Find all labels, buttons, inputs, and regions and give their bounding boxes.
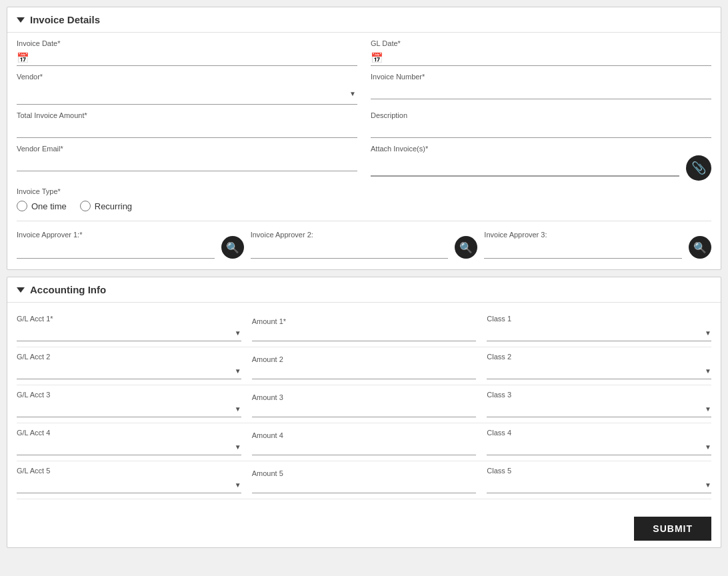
- attach-button[interactable]: 📎: [686, 155, 711, 181]
- accounting-info-title: Accounting Info: [30, 284, 106, 295]
- class-select-5: ▼: [487, 477, 711, 493]
- amount-group-1: Amount 1*: [252, 317, 477, 341]
- invoice-details-header: Invoice Details: [7, 7, 721, 33]
- gl-acct-group-4: G/L Acct 4 ▼: [17, 429, 241, 455]
- submit-button[interactable]: SUBMIT: [634, 517, 711, 541]
- gl-acct-arrow-2[interactable]: ▼: [235, 367, 241, 375]
- gl-acct-arrow-5[interactable]: ▼: [235, 481, 241, 489]
- gl-acct-input-1[interactable]: [17, 327, 235, 339]
- acct-row-4: G/L Acct 4 ▼ Amount 4 Class 4 ▼: [17, 423, 711, 461]
- invoice-type-radio-group: One time Recurring: [17, 201, 711, 211]
- class-group-2: Class 2 ▼: [487, 353, 711, 379]
- total-amount-label: Total Invoice Amount*: [17, 111, 357, 119]
- gl-acct-input-2[interactable]: [17, 365, 235, 377]
- invoice-date-calendar-icon[interactable]: 📅: [17, 52, 29, 64]
- approver2-group: Invoice Approver 2:: [251, 231, 449, 259]
- class-input-3[interactable]: [487, 403, 705, 415]
- section-divider: [17, 221, 711, 221]
- description-label: Description: [371, 111, 711, 119]
- invoice-date-input-wrapper: 📅: [17, 50, 357, 66]
- amount-input-5[interactable]: [252, 480, 477, 493]
- class-input-1[interactable]: [487, 327, 705, 339]
- gl-acct-arrow-3[interactable]: ▼: [235, 405, 241, 413]
- vendor-email-input[interactable]: [17, 155, 357, 171]
- approver3-group: Invoice Approver 3:: [484, 231, 682, 259]
- gl-acct-label-2: G/L Acct 2: [17, 353, 241, 361]
- class-group-3: Class 3 ▼: [487, 391, 711, 417]
- approver2-input[interactable]: [251, 241, 449, 257]
- acct-row-3: G/L Acct 3 ▼ Amount 3 Class 3 ▼: [17, 385, 711, 423]
- amount-label-1: Amount 1*: [252, 317, 477, 325]
- vendor-dropdown-icon[interactable]: ▼: [349, 90, 356, 97]
- amount-label-3: Amount 3: [252, 393, 477, 401]
- gl-acct-label-3: G/L Acct 3: [17, 391, 241, 399]
- approver1-input[interactable]: [17, 241, 215, 257]
- approver2-label: Invoice Approver 2:: [251, 231, 449, 239]
- attach-invoices-group: Attach Invoice(s)* 📎: [371, 145, 711, 181]
- approver2-search-button[interactable]: 🔍: [455, 236, 477, 259]
- gl-acct-label-1: G/L Acct 1*: [17, 315, 241, 323]
- vendor-group: Vendor* ▼: [17, 73, 357, 105]
- one-time-radio[interactable]: [17, 201, 27, 211]
- amount-input-2[interactable]: [252, 366, 477, 379]
- invoice-details-chevron[interactable]: [17, 17, 25, 23]
- approver1-input-wrapper: [17, 241, 215, 259]
- invoice-details-body: Invoice Date* 📅 GL Date* 📅: [7, 33, 721, 269]
- gl-date-input-wrapper: 📅: [371, 50, 711, 66]
- class-input-2[interactable]: [487, 365, 705, 377]
- gl-date-input[interactable]: [387, 50, 711, 65]
- invoice-number-input[interactable]: [371, 83, 711, 99]
- class-input-5[interactable]: [487, 479, 705, 491]
- class-arrow-3[interactable]: ▼: [705, 405, 711, 413]
- recurring-label: Recurring: [95, 201, 132, 211]
- amount-label-2: Amount 2: [252, 355, 477, 363]
- gl-date-calendar-icon[interactable]: 📅: [371, 52, 383, 64]
- approver3-search-button[interactable]: 🔍: [689, 236, 711, 259]
- approver1-group: Invoice Approver 1:*: [17, 231, 215, 259]
- amount-label-5: Amount 5: [252, 469, 477, 477]
- approver3-input-wrapper: [484, 241, 682, 259]
- recurring-option[interactable]: Recurring: [80, 201, 132, 211]
- class-label-5: Class 5: [487, 467, 711, 475]
- gl-acct-input-5[interactable]: [17, 479, 235, 491]
- class-select-3: ▼: [487, 401, 711, 417]
- attach-invoices-input[interactable]: [371, 160, 679, 176]
- class-arrow-5[interactable]: ▼: [705, 481, 711, 489]
- invoice-date-label: Invoice Date*: [17, 39, 357, 47]
- gl-acct-arrow-1[interactable]: ▼: [235, 329, 241, 337]
- one-time-option[interactable]: One time: [17, 201, 67, 211]
- class-arrow-2[interactable]: ▼: [705, 367, 711, 375]
- total-amount-input[interactable]: [17, 122, 357, 138]
- gl-acct-arrow-4[interactable]: ▼: [235, 443, 241, 451]
- email-attach-row: Vendor Email* Attach Invoice(s)* 📎: [17, 145, 711, 181]
- gl-acct-select-3: ▼: [17, 401, 241, 417]
- approver3-input[interactable]: [484, 241, 682, 257]
- gl-acct-input-4[interactable]: [17, 441, 235, 453]
- class-select-2: ▼: [487, 363, 711, 379]
- acct-rows-container: G/L Acct 1* ▼ Amount 1* Class 1 ▼ G/L Ac…: [17, 309, 711, 499]
- recurring-radio[interactable]: [80, 201, 91, 211]
- invoice-date-input[interactable]: [33, 50, 357, 65]
- acct-row-1: G/L Acct 1* ▼ Amount 1* Class 1 ▼: [17, 309, 711, 347]
- accounting-info-chevron[interactable]: [17, 287, 25, 293]
- class-input-4[interactable]: [487, 441, 705, 453]
- invoice-number-label: Invoice Number*: [371, 73, 711, 81]
- gl-acct-label-5: G/L Acct 5: [17, 467, 241, 475]
- vendor-email-group: Vendor Email*: [17, 145, 357, 181]
- amount-input-3[interactable]: [252, 404, 477, 417]
- gl-acct-input-3[interactable]: [17, 403, 235, 415]
- amount-group-5: Amount 5: [252, 469, 477, 493]
- class-arrow-4[interactable]: ▼: [705, 443, 711, 451]
- description-input[interactable]: [371, 122, 711, 138]
- accounting-info-header: Accounting Info: [7, 277, 721, 303]
- class-arrow-1[interactable]: ▼: [705, 329, 711, 337]
- amount-input-4[interactable]: [252, 442, 477, 455]
- description-group: Description: [371, 111, 711, 138]
- vendor-input[interactable]: [18, 86, 349, 101]
- approver3-label: Invoice Approver 3:: [484, 231, 682, 239]
- class-select-4: ▼: [487, 439, 711, 455]
- attach-invoices-label: Attach Invoice(s)*: [371, 145, 711, 153]
- one-time-label: One time: [31, 201, 67, 211]
- amount-input-1[interactable]: [252, 328, 477, 341]
- approver1-search-button[interactable]: 🔍: [221, 236, 244, 259]
